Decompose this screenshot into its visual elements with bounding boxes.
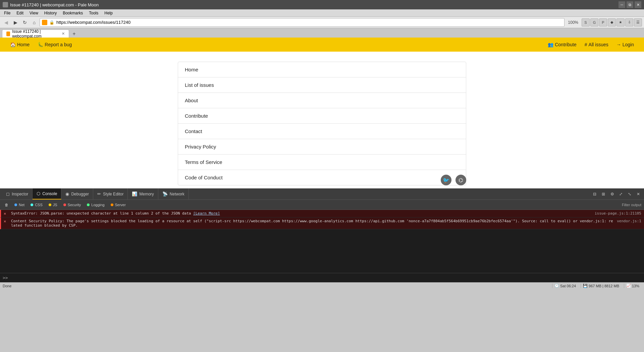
status-memory: 💾 967 MB | 8812 MB <box>581 284 621 288</box>
nav-report-link[interactable]: 🐛 Report a bug <box>38 42 72 47</box>
menu-help[interactable]: Help <box>102 10 115 16</box>
console-row-1: ✕ SyntaxError: JSON.parse: unexpected ch… <box>0 210 644 218</box>
close-button[interactable]: ✕ <box>635 1 641 8</box>
devtools-expand-button[interactable]: ⤢ <box>617 190 625 198</box>
toolbar-icon-6[interactable]: ⇩ <box>625 18 633 26</box>
toolbar-icon-2[interactable]: G <box>590 18 598 26</box>
status-right: 🕐 Sat 06:24 💾 967 MB | 8812 MB 📈 13% <box>552 284 641 288</box>
devtools-split-button[interactable]: ⊟ <box>591 190 598 198</box>
console-source-1[interactable]: issue-page.js:1:21105 <box>595 211 641 216</box>
console-input-area: >> <box>0 273 644 282</box>
nav-login-label: Login <box>623 42 634 47</box>
menu-edit[interactable]: Edit <box>14 10 26 16</box>
nav-link-code-of-conduct[interactable]: Code of Conduct <box>178 170 466 185</box>
console-row-2: ✕ Content Security Policy: The page's se… <box>0 218 644 229</box>
minimize-button[interactable]: ─ <box>619 1 625 8</box>
style-editor-tab-icon: ✏ <box>97 191 101 196</box>
toolbar-icon-1[interactable]: S <box>582 18 590 26</box>
style-editor-tab-label: Style Editor <box>103 192 123 196</box>
github-icon[interactable]: ⌬ <box>455 175 466 185</box>
nav-link-list-of-issues[interactable]: List of issues <box>178 77 466 93</box>
filter-server-label: Server <box>115 203 126 207</box>
toolbar-icon-5[interactable]: ★ <box>616 18 625 26</box>
toolbar-icon-3[interactable]: P <box>599 18 607 26</box>
security-badge <box>63 203 66 206</box>
nav-link-home[interactable]: Home <box>178 62 466 77</box>
devtools-tab-memory[interactable]: 📊 Memory <box>128 188 158 199</box>
nav-allissues-link[interactable]: # All issues <box>585 42 608 47</box>
devtools-close-button[interactable]: ✕ <box>635 190 642 198</box>
console-content-2: Content Security Policy: The page's sett… <box>11 219 614 228</box>
filter-logging[interactable]: Logging <box>85 202 106 208</box>
url-input[interactable] <box>56 20 562 25</box>
filter-css[interactable]: CSS <box>29 202 45 208</box>
back-button[interactable]: ◀ <box>2 18 10 26</box>
filter-js[interactable]: JS <box>47 202 59 208</box>
status-bar: Done 🕐 Sat 06:24 💾 967 MB | 8812 MB 📈 13… <box>0 282 644 289</box>
filter-js-label: JS <box>53 203 57 207</box>
error-icon-2: ✕ <box>4 219 8 224</box>
nav-link-terms[interactable]: Terms of Service <box>178 155 466 170</box>
devtools-dock-button[interactable]: ⊞ <box>600 190 607 198</box>
menu-tools[interactable]: Tools <box>86 10 101 16</box>
twitter-icon[interactable]: 🐦 <box>441 175 451 185</box>
nav-contribute-label: Contribute <box>555 42 577 47</box>
menu-bookmarks[interactable]: Bookmarks <box>60 10 86 16</box>
menu-history[interactable]: History <box>42 10 59 16</box>
devtools-undock-button[interactable]: ⤡ <box>626 190 633 198</box>
filter-css-label: CSS <box>35 203 43 207</box>
devtools-tab-debugger[interactable]: ◉ Debugger <box>61 188 93 199</box>
nav-list: Home List of issues About Contribute Con… <box>178 62 466 185</box>
status-cpu: 📈 13% <box>624 284 641 288</box>
devtools-tab-console[interactable]: ⬡ Console <box>33 188 61 199</box>
reload-button[interactable]: ↻ <box>21 18 29 26</box>
memory-icon: 💾 <box>583 284 588 288</box>
home-button[interactable]: ⌂ <box>30 18 38 26</box>
nav-link-privacy-policy[interactable]: Privacy Policy <box>178 139 466 154</box>
devtools-tab-inspector[interactable]: ◻ Inspector <box>2 188 33 199</box>
restore-button[interactable]: ⧉ <box>627 1 633 8</box>
learn-more-link[interactable]: [Learn More] <box>193 211 220 216</box>
console-tab-icon: ⬡ <box>37 191 40 196</box>
tab-close-button[interactable]: ✕ <box>62 32 65 36</box>
console-output[interactable]: ✕ SyntaxError: JSON.parse: unexpected ch… <box>0 210 644 273</box>
devtools-tab-network[interactable]: 📡 Network <box>158 188 189 199</box>
filter-net[interactable]: Net <box>12 202 26 208</box>
tab-bar: Issue #117240 | webcompat.com ✕ + <box>0 28 644 38</box>
new-tab-button[interactable]: + <box>70 30 78 38</box>
cpu-value: 13% <box>632 284 639 288</box>
nav-contribute-link[interactable]: 👥 Contribute <box>548 42 577 47</box>
console-source-2[interactable]: vendor.js:1 <box>617 219 641 223</box>
filter-net-label: Net <box>19 203 24 207</box>
console-input[interactable] <box>10 276 641 280</box>
zoom-level: 100% <box>566 20 580 25</box>
toolbar-icon-7[interactable]: ☰ <box>634 18 642 26</box>
nav-link-contact[interactable]: Contact <box>178 124 466 139</box>
toolbar-icon-4[interactable]: ◆ <box>608 18 616 26</box>
nav-home-link[interactable]: 🏠 Home <box>10 42 30 47</box>
filter-server[interactable]: Server <box>109 202 128 208</box>
page-wrapper: 🏠 Home 🐛 Report a bug 👥 Contribute # All… <box>0 38 644 188</box>
filter-security[interactable]: Security <box>61 202 83 208</box>
nav-link-contribute[interactable]: Contribute <box>178 108 466 123</box>
debugger-tab-label: Debugger <box>71 192 89 196</box>
nav-link-about[interactable]: About <box>178 93 466 108</box>
nav-home-label: Home <box>17 42 30 47</box>
filter-toggle-clear[interactable]: 🗑 <box>3 202 10 208</box>
devtools-controls: ⊟ ⊞ ⚙ ⤢ ⤡ ✕ <box>591 190 642 198</box>
devtools-tab-style-editor[interactable]: ✏ Style Editor <box>93 188 128 199</box>
menu-view[interactable]: View <box>27 10 41 16</box>
nav-login-link[interactable]: → Login <box>616 42 634 47</box>
nav-report-label: Report a bug <box>45 42 72 47</box>
server-badge <box>111 203 113 206</box>
devtools-settings-button[interactable]: ⚙ <box>608 190 616 198</box>
tab-webcompat[interactable]: Issue #117240 | webcompat.com ✕ <box>2 30 69 38</box>
forward-button[interactable]: ▶ <box>11 18 19 26</box>
home-icon: 🏠 <box>10 42 16 47</box>
list-item: Home <box>178 62 466 77</box>
menu-file[interactable]: File <box>1 10 13 16</box>
list-item: Contact <box>178 124 466 139</box>
address-bar[interactable]: 🔒 <box>40 18 565 27</box>
js-badge <box>49 203 51 206</box>
filter-security-label: Security <box>68 203 81 207</box>
